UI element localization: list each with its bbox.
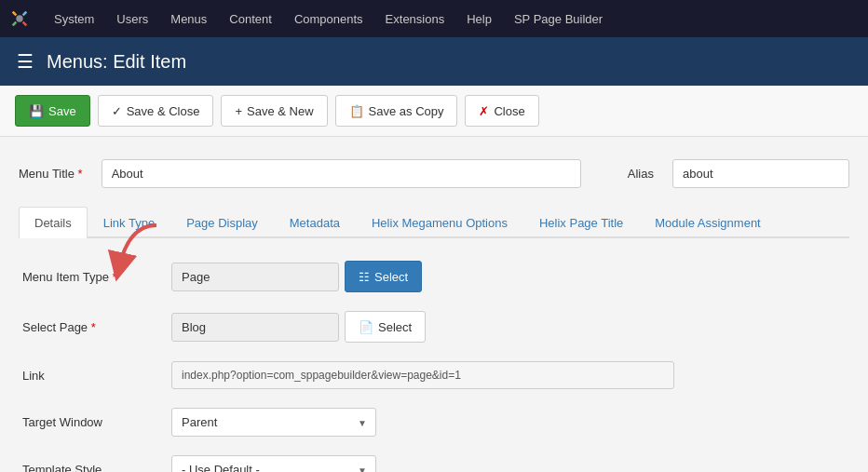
close-button[interactable]: ✗ Close: [465, 95, 538, 127]
menu-item-type-control: ☷ Select: [171, 261, 422, 292]
select-type-label: Select: [374, 270, 408, 284]
menu-item-type-label: Menu Item Type: [22, 270, 171, 284]
target-window-control: Parent New Window Same Window: [171, 408, 376, 437]
copy-icon: 📋: [349, 104, 364, 118]
svg-point-0: [16, 15, 22, 21]
menu-title-row: Menu Title Alias: [19, 159, 849, 188]
top-navigation: System Users Menus Content Components Ex…: [0, 0, 868, 37]
select-page-input: [171, 313, 339, 342]
menu-title-label: Menu Title: [19, 167, 83, 181]
save-new-button[interactable]: + Save & New: [221, 95, 327, 127]
nav-extensions[interactable]: Extensions: [374, 0, 456, 37]
joomla-logo[interactable]: [9, 8, 30, 29]
nav-sp-page-builder[interactable]: SP Page Builder: [503, 0, 614, 37]
toolbar: 💾 Save ✓ Save & Close + Save & New 📋 Sav…: [0, 86, 868, 137]
nav-system[interactable]: System: [43, 0, 105, 37]
save-label: Save: [48, 104, 76, 118]
menu-item-type-input: [171, 263, 339, 291]
alias-input[interactable]: [672, 159, 849, 188]
nav-help[interactable]: Help: [455, 0, 503, 37]
tab-link-type[interactable]: Link Type: [88, 207, 170, 238]
tab-page-display[interactable]: Page Display: [170, 207, 274, 238]
menu-item-type-row: Menu Item Type ☷ Select: [22, 261, 846, 292]
template-style-wrapper: - Use Default - Helix3 Protostar: [171, 455, 376, 472]
nav-components[interactable]: Components: [283, 0, 374, 37]
save-copy-label: Save as Copy: [369, 104, 444, 118]
template-style-control: - Use Default - Helix3 Protostar: [171, 455, 376, 472]
plus-icon: +: [235, 104, 242, 118]
alias-label: Alias: [628, 167, 654, 181]
tab-module-assignment[interactable]: Module Assignment: [639, 207, 776, 238]
select-page-control: 📄 Select: [171, 311, 426, 343]
select-page-btn-label: Select: [378, 320, 412, 334]
menu-title-input[interactable]: [102, 159, 581, 188]
nav-content[interactable]: Content: [218, 0, 283, 37]
tab-helix-page-title[interactable]: Helix Page Title: [523, 207, 639, 238]
check-icon: ✓: [112, 104, 122, 118]
link-input[interactable]: [171, 361, 674, 389]
grid-icon: ☷: [359, 270, 370, 284]
link-control: [171, 361, 674, 389]
select-type-button[interactable]: ☷ Select: [345, 261, 422, 292]
target-window-row: Target Window Parent New Window Same Win…: [22, 408, 846, 437]
save-close-label: Save & Close: [127, 104, 200, 118]
template-style-label: Template Style: [22, 463, 171, 472]
menu-icon: ☰: [17, 50, 34, 73]
template-style-select[interactable]: - Use Default - Helix3 Protostar: [171, 455, 376, 472]
tab-bar: Details Link Type Page Display Metadata …: [19, 207, 849, 238]
content-area: Menu Title Alias Details Link Type Page …: [0, 137, 868, 472]
save-icon: 💾: [29, 104, 44, 118]
tab-helix-megamenu[interactable]: Helix Megamenu Options: [356, 207, 523, 238]
nav-users[interactable]: Users: [105, 0, 159, 37]
save-close-button[interactable]: ✓ Save & Close: [98, 95, 214, 127]
save-button[interactable]: 💾 Save: [15, 95, 90, 127]
title-bar: ☰ Menus: Edit Item: [0, 37, 868, 86]
select-page-button[interactable]: 📄 Select: [345, 311, 426, 343]
target-window-label: Target Window: [22, 415, 171, 429]
page-title: Menus: Edit Item: [47, 51, 186, 73]
close-icon: ✗: [479, 104, 489, 118]
nav-menus[interactable]: Menus: [159, 0, 218, 37]
select-page-row: Select Page 📄 Select: [22, 311, 846, 343]
target-window-select[interactable]: Parent New Window Same Window: [171, 408, 376, 437]
target-window-wrapper: Parent New Window Same Window: [171, 408, 376, 437]
link-row: Link: [22, 361, 846, 389]
tab-details[interactable]: Details: [19, 207, 88, 238]
file-icon: 📄: [359, 320, 373, 334]
link-label: Link: [22, 369, 171, 383]
tab-metadata[interactable]: Metadata: [274, 207, 356, 238]
save-copy-button[interactable]: 📋 Save as Copy: [335, 95, 458, 127]
save-new-label: Save & New: [247, 104, 314, 118]
close-label: Close: [494, 104, 524, 118]
details-panel: Menu Item Type ☷ Select Select Page 📄 Se…: [19, 261, 849, 472]
select-page-label: Select Page: [22, 320, 171, 334]
template-style-row: Template Style - Use Default - Helix3 Pr…: [22, 455, 846, 472]
